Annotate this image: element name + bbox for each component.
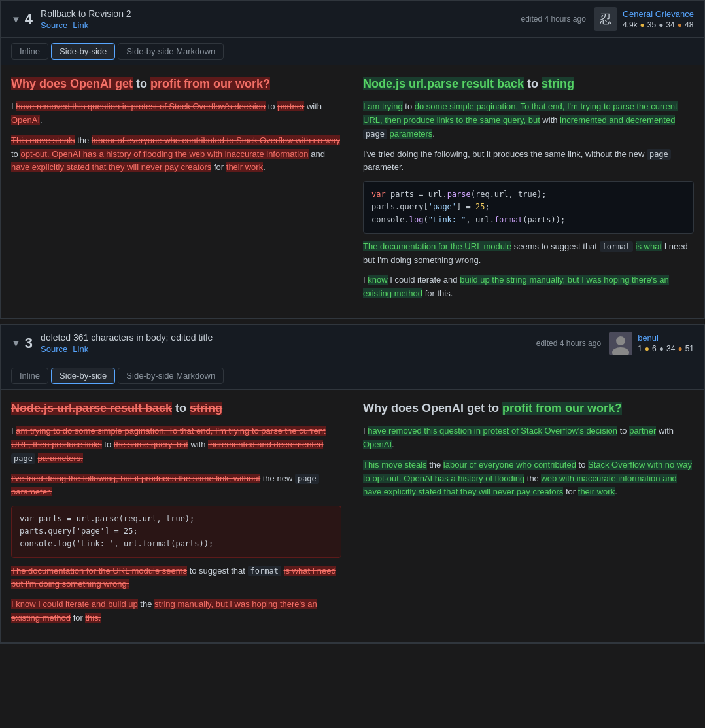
code-format-r: format	[600, 241, 633, 252]
rev-num-4: 4	[25, 10, 33, 27]
diff-left-body-4: I have removed this question in protest …	[11, 100, 341, 175]
code-line-1: var parts = url.parse(req.url, true);	[371, 188, 685, 201]
rep-4: 4.9k	[623, 20, 638, 29]
left-para-1: I have removed this question in protest …	[11, 100, 341, 128]
user-stats-3: 1 ● 6 ● 34 ● 51	[638, 344, 694, 353]
hl-added-iswhat: is what	[636, 241, 662, 251]
gold-count-3: 6	[652, 344, 657, 353]
hl-added-incremented: incremented and decremented	[560, 115, 675, 125]
code-line-s2: parts.query['page'] = 25;	[20, 525, 333, 538]
hl-3-param: parameter.	[11, 487, 52, 496]
hl-3-params: parameters.	[38, 453, 83, 463]
bronze-dot-3: ●	[678, 344, 682, 353]
right-para-3-1: I have removed this question in protest …	[363, 425, 694, 452]
diff-left-4: Why does OpenAI get to profit from our w…	[1, 65, 352, 318]
left-para-2: This move steals the labour of everyone …	[11, 134, 341, 175]
user-card-4: 忍 General Grievance 4.9k ● 35 ● 34 ● 48	[594, 7, 694, 31]
avatar-3	[609, 332, 632, 355]
revision-title-4: Rollback to Revision 2	[41, 9, 131, 19]
gold-dot-4: ●	[640, 20, 645, 29]
diff-right-body-4: I am trying to do some simple pagination…	[363, 100, 694, 301]
source-link-3[interactable]: Source	[41, 344, 67, 354]
code-line-3: console.log("Link: ", url.format(parts))…	[371, 214, 685, 226]
hl-3-docurl: The documentation for the URL module see…	[11, 566, 187, 576]
gold-dot-3: ●	[645, 344, 649, 353]
right-para-2: I've tried doing the following, but it p…	[363, 148, 694, 175]
bronze-count-4: 48	[685, 20, 693, 29]
link-link-4[interactable]: Link	[73, 20, 88, 30]
hl-r3-partner: partner	[629, 426, 656, 436]
silver-dot-4: ●	[659, 20, 663, 29]
hl-removed-openai: OpenAI	[11, 115, 40, 125]
title-plain-3: to	[175, 402, 190, 415]
user-info-4: General Grievance 4.9k ● 35 ● 34 ● 48	[623, 9, 694, 29]
revision-header-3: ▼ 3 deleted 361 characters in body; edit…	[1, 325, 704, 362]
code-block-4: var parts = url.parse(req.url, true); pa…	[363, 181, 694, 234]
hl-r3-labour: labour of everyone who contributed	[443, 460, 576, 470]
code-line-s3: console.log('Link: ', url.format(parts))…	[20, 538, 333, 550]
code-line-2: parts.query['page'] = 25;	[371, 201, 685, 213]
right-para-1: I am trying to do some simple pagination…	[363, 100, 694, 141]
chevron-icon-4: ▼	[11, 14, 21, 25]
revision-4: ▼ 4 Rollback to Revision 2 Source Link e…	[0, 0, 705, 319]
code-page-l3: page	[11, 453, 35, 464]
view-tabs-3: Inline Side-by-side Side-by-side Markdow…	[1, 362, 704, 390]
hl-added-buildup: build up the string manually, but I was …	[363, 275, 669, 298]
edited-info-4: edited 4 hours ago	[521, 14, 585, 24]
title-plain-2: to	[527, 77, 542, 90]
revision-header-4: ▼ 4 Rollback to Revision 2 Source Link e…	[1, 1, 704, 38]
diff-container-4: Why does OpenAI get to profit from our w…	[1, 65, 704, 319]
right-para-3: The documentation for the URL module see…	[363, 240, 694, 268]
user-name-4[interactable]: General Grievance	[623, 9, 694, 19]
hl-removed-partner: partner	[277, 101, 304, 111]
bronze-dot-4: ●	[678, 20, 682, 29]
hl-added-doc: The documentation for the URL module	[363, 241, 511, 251]
title-hl-red-1: Why does OpenAI get	[11, 77, 133, 90]
tab-sidebyside-4[interactable]: Side-by-side	[51, 43, 115, 60]
code-page-r2: page	[647, 149, 671, 160]
tab-inline-4[interactable]: Inline	[11, 43, 48, 60]
revision-right-3: edited 4 hours ago benui 1 ● 6 ●	[536, 332, 694, 355]
tab-sidebyside-md-4[interactable]: Side-by-side Markdown	[118, 43, 224, 60]
revision-left-4: ▼ 4 Rollback to Revision 2 Source Link	[11, 9, 131, 30]
left-para-3-1: I am trying to do some simple pagination…	[11, 425, 341, 465]
title-plain-1: to	[136, 77, 150, 90]
silver-count-4: 34	[666, 20, 674, 29]
code-page-r1: page	[363, 129, 387, 139]
tab-sidebyside-3[interactable]: Side-by-side	[51, 368, 115, 384]
diff-right-3: Why does OpenAI get to profit from our w…	[352, 390, 704, 642]
title-hl-green-2: string	[542, 77, 574, 90]
revision-meta-3: deleted 361 characters in body; edited t…	[41, 332, 213, 354]
hl-r3-openai: OpenAI	[363, 440, 392, 449]
svg-point-1	[616, 336, 625, 345]
hl-added-trying: I am trying	[363, 101, 403, 111]
hl-removed-theirwork: their work	[226, 162, 263, 172]
hl-removed-labour: labour of everyone who contributed to St…	[92, 135, 340, 145]
left-para-3-3: The documentation for the URL module see…	[11, 564, 341, 592]
source-link-4[interactable]: Source	[41, 20, 67, 30]
hl-removed-thismove: This move steals	[11, 135, 75, 145]
diff-right-body-3: I have removed this question in protest …	[363, 425, 694, 499]
left-para-3-2: I've tried doing the following, but it p…	[11, 472, 341, 500]
revision-left-3: ▼ 3 deleted 361 characters in body; edit…	[11, 332, 213, 354]
diff-right-title-3: Why does OpenAI get to profit from our w…	[363, 400, 694, 417]
hl-added-know: know	[368, 275, 387, 285]
diff-left-title-3: Node.js url.parse result back to string	[11, 400, 341, 417]
hl-3-same: the same query, but	[114, 440, 188, 449]
hl-added-params: parameters	[390, 129, 433, 139]
tab-sidebyside-md-3[interactable]: Side-by-side Markdown	[118, 368, 224, 384]
hl-3-tried: I've tried doing the following, but it p…	[11, 474, 260, 483]
link-link-3[interactable]: Link	[73, 344, 88, 354]
user-info-3: benui 1 ● 6 ● 34 ● 51	[638, 333, 694, 353]
revision-3: ▼ 3 deleted 361 characters in body; edit…	[0, 324, 705, 644]
hl-removed-stated: have explicitly stated that they will ne…	[11, 162, 211, 172]
tab-inline-3[interactable]: Inline	[11, 368, 48, 384]
title-hl-green-r3: profit from our work?	[502, 402, 622, 415]
diff-left-3: Node.js url.parse result back to string …	[1, 390, 352, 642]
diff-container-3: Node.js url.parse result back to string …	[1, 390, 704, 643]
right-para-4: I know I could iterate and build up the …	[363, 273, 694, 301]
revision-right-4: edited 4 hours ago 忍 General Grievance 4…	[521, 7, 694, 31]
user-name-3[interactable]: benui	[638, 333, 694, 343]
left-para-3-4: I know I could iterate and build up the …	[11, 598, 341, 625]
silver-count-3: 34	[666, 344, 675, 353]
